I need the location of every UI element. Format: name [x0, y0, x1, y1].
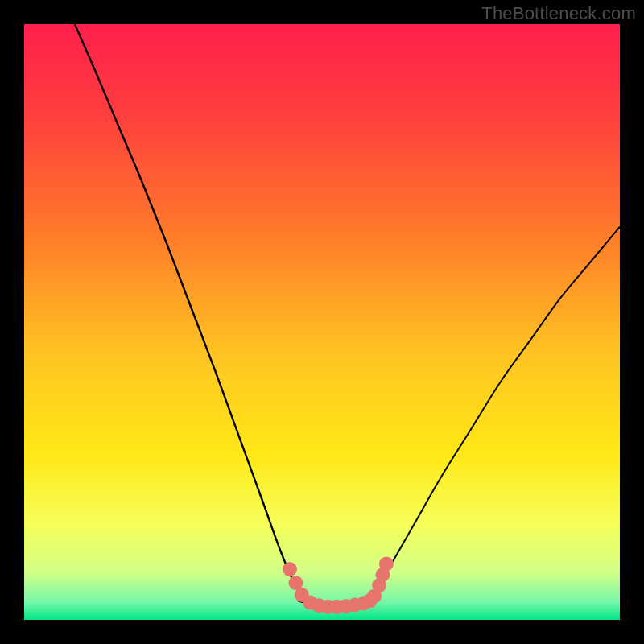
bottleneck-chart	[0, 0, 644, 644]
marker-dot	[379, 556, 394, 571]
chart-stage: TheBottleneck.com	[0, 0, 644, 644]
marker-dot	[283, 562, 297, 576]
watermark-text: TheBottleneck.com	[481, 3, 636, 24]
